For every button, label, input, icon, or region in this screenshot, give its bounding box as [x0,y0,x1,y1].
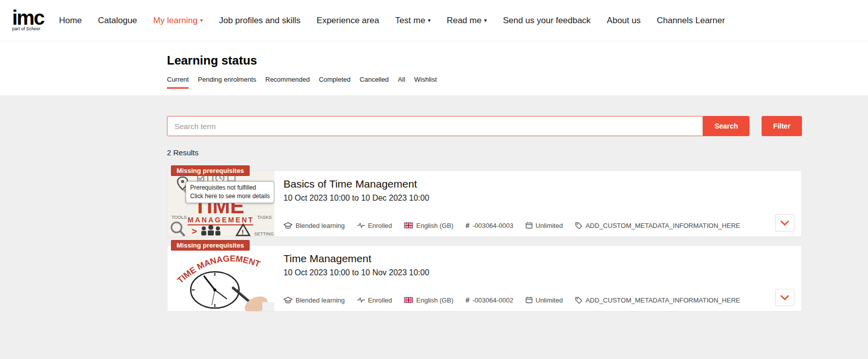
nav-item-home[interactable]: Home [59,16,82,26]
caret-down-icon: ▾ [484,17,487,24]
tab-all[interactable]: All [398,76,405,89]
logo-subtext: part of Scheer [12,27,44,31]
meta-availability: Unlimited [526,222,563,229]
meta-value: -003064-0002 [473,296,513,304]
course-dates: 10 Oct 2023 10:00 to 10 Nov 2023 10:00 [283,268,773,277]
nav-item-job-profiles[interactable]: Job profiles and skills [219,16,301,26]
expand-card-button[interactable] [775,214,794,231]
meta-value: -003064-0003 [473,222,513,229]
nav-item-label: Read me [447,16,482,25]
hash-icon: # [466,296,470,304]
tab-current[interactable]: Current [167,76,189,89]
course-thumbnail[interactable]: TIME MANAGEMENT [167,246,274,311]
nav-item-catalogue[interactable]: Catalogue [98,16,137,26]
meta-value: Blended learning [296,296,345,304]
expand-card-button[interactable] [775,289,794,306]
page-title: Learning status [167,53,868,68]
tooltip-line: Click here to see more details [190,192,270,201]
pulse-icon [357,297,365,303]
main-nav: Home Catalogue My learning▾ Job profiles… [59,16,725,26]
imc-logo[interactable]: imc part of Scheer [12,10,44,31]
tooltip-line: Prerequisites not fulfilled [190,184,270,192]
graduation-cap-icon [283,222,293,229]
filter-button[interactable]: Filter [762,116,802,136]
nav-item-label: Test me [395,16,426,25]
nav-item-feedback[interactable]: Send us your feedback [503,16,591,26]
uk-flag-icon [404,222,413,228]
course-card-body: Basics of Time Management 10 Oct 2023 10… [274,171,801,236]
svg-text:TOOLS: TOOLS [171,215,187,220]
course-meta-row: Blended learning Enrolled [283,296,740,304]
meta-value: Unlimited [536,222,563,229]
tab-cancelled[interactable]: Cancelled [360,76,389,89]
meta-learning-type: Blended learning [283,222,345,229]
tab-completed[interactable]: Completed [319,76,351,89]
search-button[interactable]: Search [703,116,749,136]
meta-value: ADD_CUSTOM_METADATA_INFORMATION_HERE [586,222,740,229]
course-card[interactable]: TIME MANAGEMENT TOOLS TASKS SETTING > [167,170,802,237]
course-card-wrapper: Missing prerequisites TIME MANAGEMENT [167,245,802,312]
svg-text:MANAGEMENT: MANAGEMENT [188,216,254,224]
content-area: Search Filter 2 Results Missing prerequi… [167,95,802,312]
tag-icon [575,222,583,229]
status-tabs: Current Pending enrolments Recommended C… [167,76,868,89]
svg-text:TASKS: TASKS [257,215,272,220]
chevron-down-icon [780,220,789,226]
caret-down-icon: ▾ [200,17,203,24]
svg-text:>: > [192,226,197,236]
calendar-icon [526,296,533,304]
meta-value: Blended learning [296,222,345,229]
meta-custom-metadata: ADD_CUSTOM_METADATA_INFORMATION_HERE [575,222,740,229]
course-card[interactable]: TIME MANAGEMENT Time Management [167,245,802,312]
top-navigation: imc part of Scheer Home Catalogue My lea… [0,0,868,41]
tab-wishlist[interactable]: Wishlist [414,76,437,89]
meta-value: ADD_CUSTOM_METADATA_INFORMATION_HERE [586,296,740,304]
nav-item-channels-learner[interactable]: Channels Learner [657,16,725,26]
meta-value: Enrolled [368,222,392,229]
meta-language: English (GB) [404,296,453,304]
meta-value: Unlimited [536,296,563,304]
search-input[interactable] [167,116,703,136]
meta-enrollment-status: Enrolled [357,296,392,304]
meta-enrollment-status: Enrolled [357,222,392,229]
prerequisites-tooltip[interactable]: Prerequisites not fulfilled Click here t… [186,181,274,203]
nav-item-experience-area[interactable]: Experience area [317,16,379,26]
course-card-body: Time Management 10 Oct 2023 10:00 to 10 … [274,246,801,311]
logo-text: imc [12,10,44,26]
meta-value: Enrolled [368,296,392,304]
calendar-icon [526,222,533,229]
pulse-icon [357,222,365,228]
course-thumbnail[interactable]: TIME MANAGEMENT TOOLS TASKS SETTING > [167,171,274,236]
search-row: Search Filter [167,116,802,136]
meta-custom-metadata: ADD_CUSTOM_METADATA_INFORMATION_HERE [575,296,740,304]
course-meta-row: Blended learning Enrolled [283,221,740,229]
tab-recommended[interactable]: Recommended [265,76,310,89]
nav-item-read-me[interactable]: Read me▾ [447,16,487,26]
meta-course-number: # -003064-0003 [466,221,513,229]
time-management-clock-image: TIME MANAGEMENT [167,246,274,311]
tab-pending-enrolments[interactable]: Pending enrolments [198,76,256,89]
course-title[interactable]: Basics of Time Management [283,178,773,190]
nav-item-label: My learning [153,16,198,25]
nav-item-my-learning[interactable]: My learning▾ [153,16,203,26]
missing-prerequisites-badge[interactable]: Missing prerequisites [171,165,250,176]
course-title[interactable]: Time Management [283,253,773,265]
meta-value: English (GB) [416,222,453,229]
page-header: Learning status Current Pending enrolmen… [0,41,868,95]
caret-down-icon: ▾ [428,17,431,24]
meta-learning-type: Blended learning [283,296,345,304]
uk-flag-icon [404,297,413,303]
graduation-cap-icon [283,296,293,304]
meta-language: English (GB) [404,222,453,229]
course-card-wrapper: Missing prerequisites TIME [167,170,802,237]
missing-prerequisites-badge[interactable]: Missing prerequisites [171,240,250,251]
meta-value: English (GB) [416,296,453,304]
tag-icon [575,296,583,304]
nav-item-test-me[interactable]: Test me▾ [395,16,431,26]
meta-course-number: # -003064-0002 [466,296,513,304]
chevron-down-icon [780,295,789,301]
nav-item-about-us[interactable]: About us [607,16,641,26]
hash-icon: # [466,221,470,229]
meta-availability: Unlimited [526,296,563,304]
svg-text:SETTING: SETTING [254,231,274,236]
